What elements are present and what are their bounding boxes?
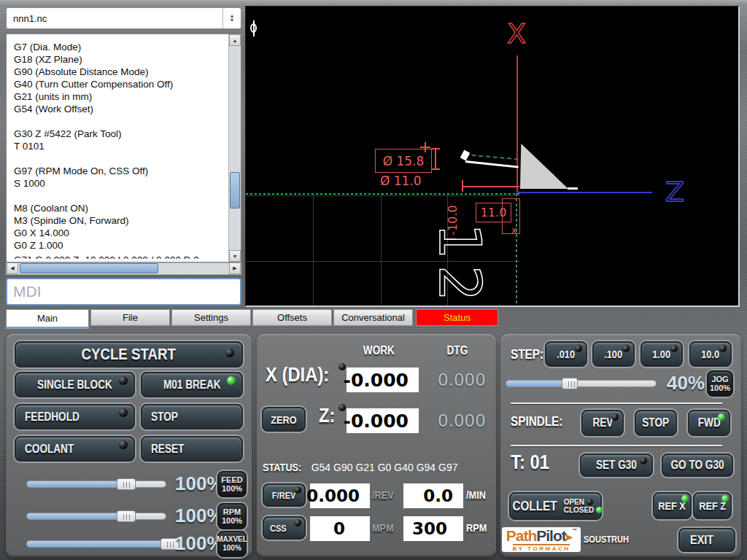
z-axis-line [517,192,652,193]
tab-file[interactable]: File [90,309,170,326]
step-1-button[interactable]: 1.00 [640,341,683,367]
collet-closed-led [596,507,603,513]
feed-per-rev-dro[interactable]: 0.000 [310,483,370,508]
machine-name: SOUSTRUH [584,534,637,545]
mpm-label: MPM [372,521,398,534]
feedhold-button[interactable]: FEEDHOLD [15,404,135,429]
goto-g30-button[interactable]: GO TO G30 [662,454,733,477]
centerline [246,193,520,195]
scroll-up-button[interactable]: ▲ [229,34,241,46]
status-codes: G54 G90 G21 G0 G40 G94 G97 [311,462,458,473]
vertical-scrollbar[interactable]: ▲ ▼ [228,34,241,262]
reset-button[interactable]: RESET [141,436,243,462]
gcode-line: M3 (Spindle ON, Forward) [14,214,222,227]
x-work-dro[interactable]: -0.000 [347,368,419,392]
css-led [294,519,301,526]
gcode-line: G97 (RPM Mode On, CSS Off) [14,165,222,177]
single-block-button[interactable]: SINGLE BLOCK [15,372,135,397]
step-1-led [670,345,678,352]
css-dro[interactable]: 0 [310,516,370,541]
feedhold-led [119,408,128,417]
gcode-line: M8 (Coolant ON) [14,202,222,214]
feed-move-line [465,160,519,168]
tab-offsets[interactable]: Offsets [252,309,332,326]
dimension-diameter[interactable]: Ø 11.0 [380,174,422,188]
single-block-led [119,376,128,385]
coolant-button[interactable]: COOLANT [15,436,135,462]
set-g30-led [640,457,647,464]
per-rev-label: /REV [372,489,398,501]
set-g30-button[interactable]: SET G30 [580,454,653,477]
status-label: STATUS: [263,461,309,473]
feed-per-min-dro[interactable]: 0.0 [403,483,463,508]
status-line: STATUS: G54 G90 G21 G0 G40 G94 G97 [263,461,457,473]
spindle-stop-button[interactable]: STOP [635,410,677,436]
rpm-override-thumb[interactable] [117,510,136,522]
toolpath-display[interactable]: X Z Ø 15.8 Ø 11.0 11.0 x -10.0 12 m [245,6,740,307]
mdi-input[interactable] [6,278,241,306]
dim-extension-marker [431,148,440,170]
rpm-100-button[interactable]: RPM100% [217,503,247,529]
dimension-large: 12 m [431,223,488,307]
css-button[interactable]: CSS [263,516,306,540]
spindle-fwd-button[interactable]: FWD [688,410,730,436]
z-work-dro[interactable]: -0.000 [347,408,419,433]
gcode-line: T 0101 [14,140,222,152]
dtg-header: DTG [445,344,470,357]
step-100-led [622,345,630,352]
zero-button[interactable]: ZERO [262,407,306,432]
mdi-field[interactable] [6,278,241,306]
step-10-button[interactable]: 10.0 [689,341,732,367]
tab-conversational[interactable]: Conversational [333,309,413,326]
stop-button[interactable]: STOP [141,404,243,429]
pointer-cursor-icon [249,20,258,36]
gcode-line [14,115,222,128]
step-010-button[interactable]: .010 [545,341,587,367]
rpm-override-slider[interactable] [26,510,166,522]
arrow-right-icon: ▶ [233,265,236,271]
vertical-scroll-thumb[interactable] [230,172,240,209]
tab-settings[interactable]: Settings [171,309,251,326]
horizontal-scroll-thumb[interactable] [20,263,158,273]
ref-x-button[interactable]: REF X [653,492,692,519]
feed-override-slider[interactable] [26,478,166,490]
jog-override-thumb[interactable] [562,378,578,389]
jog-100-button[interactable]: JOG100% [707,370,733,397]
tab-main[interactable]: Main [6,309,89,327]
loaded-file-dropdown[interactable]: nnn1.nc ▲▼ [6,7,241,29]
collet-button[interactable]: COLLET OPEN CLOSED [509,492,602,520]
gcode-line: G54 (Work Offset) [14,103,222,115]
dim-tick [462,180,463,192]
tab-status[interactable]: Status [416,309,498,326]
frev-button[interactable]: F/REV [263,483,306,507]
gcode-listing[interactable]: G7 (Dia. Mode) G18 (XZ Plane) G90 (Absol… [6,34,241,262]
maxvel-100-button[interactable]: MAXVEL100% [217,531,247,557]
maxvel-override-slider[interactable] [26,538,166,550]
per-min-label: /MIN [466,489,489,501]
coolant-led [119,440,128,449]
feed-override-thumb[interactable] [117,478,136,490]
rapid-move-line [465,154,519,160]
scroll-down-button[interactable]: ▼ [229,250,241,262]
gcode-line: S 1000 [14,177,222,190]
scroll-right-button[interactable]: ▶ [229,262,241,274]
gcode-line: G18 (XZ Plane) [14,53,222,66]
ref-x-led [681,495,689,502]
m01-break-button[interactable]: M01 BREAK [141,372,243,397]
feed-100-button[interactable]: FEED100% [217,471,247,497]
loaded-file-name: nnn1.nc [7,13,222,24]
rpm-dro[interactable]: 300 [403,516,463,541]
cycle-start-button[interactable]: CYCLE START [15,341,243,368]
dropdown-spinner-icon[interactable]: ▲▼ [222,8,241,28]
jog-override-slider[interactable] [506,378,657,389]
step-100-button[interactable]: .100 [592,341,635,367]
horizontal-scrollbar[interactable]: ◀ ▶ [6,262,241,275]
grid-line-v [313,193,314,307]
scroll-left-button[interactable]: ◀ [7,262,18,274]
path-start-marker [460,150,471,161]
ref-z-button[interactable]: REF Z [693,492,732,519]
exit-button[interactable]: EXIT [678,528,735,552]
spindle-rev-button[interactable]: REV [581,410,624,436]
tool-insert-triangle [520,144,568,189]
work-header: WORK [360,344,398,357]
